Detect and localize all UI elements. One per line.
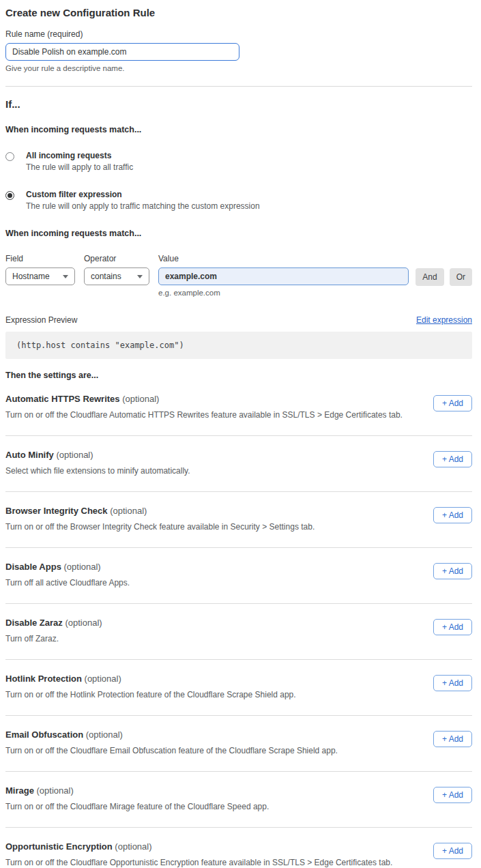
- setting-title: Disable Apps: [5, 562, 63, 572]
- then-settings-heading: Then the settings are...: [5, 371, 472, 380]
- setting-row: Automatic HTTPS Rewrites (optional) Turn…: [5, 380, 472, 436]
- value-helper: e.g. example.com: [158, 289, 409, 297]
- builder-heading: When incoming requests match...: [5, 229, 472, 238]
- radio-all-incoming-requests[interactable]: All incoming requests The rule will appl…: [5, 151, 472, 172]
- operator-select[interactable]: contains: [84, 267, 149, 285]
- page-title: Create new Configuration Rule: [5, 7, 472, 18]
- edit-expression-link[interactable]: Edit expression: [416, 315, 472, 325]
- setting-optional-label: (optional): [37, 785, 74, 796]
- setting-row: Hotlink Protection (optional) Turn on or…: [5, 660, 472, 716]
- setting-row: Opportunistic Encryption (optional) Turn…: [5, 828, 472, 868]
- operator-label: Operator: [84, 254, 149, 263]
- add-setting-button[interactable]: + Add: [433, 507, 472, 523]
- setting-description: Turn on or off the Hotlink Protection fe…: [5, 690, 296, 699]
- add-setting-button[interactable]: + Add: [433, 675, 472, 691]
- value-input[interactable]: [158, 267, 409, 285]
- add-setting-button[interactable]: + Add: [433, 619, 472, 635]
- caret-down-icon: [63, 275, 68, 278]
- radio-label: Custom filter expression: [26, 190, 260, 199]
- setting-description: Turn on or off the Cloudflare Automatic …: [5, 410, 403, 420]
- match-heading: When incoming requests match...: [5, 125, 472, 134]
- rule-name-input[interactable]: [5, 43, 239, 61]
- setting-row: Email Obfuscation (optional) Turn on or …: [5, 716, 472, 772]
- field-select-value: Hostname: [12, 272, 50, 281]
- operator-column: Operator contains: [84, 254, 149, 285]
- rule-name-label: Rule name (required): [5, 29, 472, 39]
- setting-description: Select which file extensions to minify a…: [5, 466, 190, 476]
- expression-preview-code: (http.host contains "example.com"): [5, 332, 472, 359]
- and-button[interactable]: And: [416, 268, 443, 286]
- radio-button-icon[interactable]: [5, 191, 14, 200]
- rule-name-helper: Give your rule a descriptive name.: [5, 64, 472, 72]
- setting-row: Auto Minify (optional) Select which file…: [5, 436, 472, 492]
- expression-preview-label: Expression Preview: [5, 315, 77, 325]
- request-match-radio-group: All incoming requests The rule will appl…: [5, 151, 472, 211]
- expression-builder-row: Field Hostname Operator contains Value e…: [5, 254, 472, 297]
- setting-optional-label: (optional): [86, 729, 123, 740]
- setting-title: Hotlink Protection: [5, 674, 85, 684]
- or-button[interactable]: Or: [450, 268, 472, 286]
- value-label: Value: [158, 254, 409, 263]
- section-divider: [5, 86, 472, 87]
- add-setting-button[interactable]: + Add: [433, 843, 472, 859]
- add-setting-button[interactable]: + Add: [433, 563, 472, 579]
- field-label: Field: [5, 254, 75, 263]
- setting-title: Browser Integrity Check: [5, 506, 110, 516]
- setting-row: Browser Integrity Check (optional) Turn …: [5, 492, 472, 548]
- field-select[interactable]: Hostname: [5, 267, 75, 285]
- rule-name-section: Rule name (required) Give your rule a de…: [5, 29, 472, 72]
- add-setting-button[interactable]: + Add: [433, 787, 472, 803]
- setting-row: Mirage (optional) Turn on or off the Clo…: [5, 772, 472, 828]
- setting-title: Email Obfuscation: [5, 729, 86, 740]
- add-setting-button[interactable]: + Add: [433, 451, 472, 467]
- setting-optional-label: (optional): [115, 841, 151, 852]
- setting-title: Disable Zaraz: [5, 618, 65, 628]
- settings-list: Automatic HTTPS Rewrites (optional) Turn…: [5, 380, 472, 868]
- setting-row: Disable Apps (optional) Turn off all act…: [5, 548, 472, 604]
- setting-description: Turn on or off the Cloudflare Mirage fea…: [5, 802, 269, 811]
- add-setting-button[interactable]: + Add: [433, 731, 472, 747]
- setting-title: Auto Minify: [5, 450, 56, 460]
- if-heading: If...: [5, 98, 472, 110]
- radio-custom-filter-expression[interactable]: Custom filter expression The rule will o…: [5, 190, 472, 211]
- setting-optional-label: (optional): [63, 562, 100, 572]
- expression-preview-header: Expression Preview Edit expression: [5, 315, 472, 325]
- radio-description: The rule will apply to all traffic: [26, 162, 133, 172]
- field-column: Field Hostname: [5, 254, 75, 285]
- value-column: Value e.g. example.com: [158, 254, 409, 297]
- setting-optional-label: (optional): [65, 618, 102, 628]
- and-or-buttons: And Or: [416, 268, 472, 286]
- setting-row: Disable Zaraz (optional) Turn off Zaraz.…: [5, 604, 472, 660]
- radio-button-icon[interactable]: [5, 152, 14, 161]
- setting-title: Mirage: [5, 785, 37, 796]
- setting-description: Turn on or off the Cloudflare Opportunis…: [5, 858, 392, 867]
- setting-description: Turn off all active Cloudflare Apps.: [5, 578, 130, 588]
- setting-description: Turn on or off the Browser Integrity Che…: [5, 522, 315, 532]
- radio-description: The rule will only apply to traffic matc…: [26, 201, 260, 211]
- setting-optional-label: (optional): [56, 450, 93, 460]
- radio-label: All incoming requests: [26, 151, 133, 160]
- caret-down-icon: [137, 275, 143, 278]
- setting-optional-label: (optional): [85, 674, 121, 684]
- operator-select-value: contains: [91, 272, 121, 281]
- setting-optional-label: (optional): [110, 506, 147, 516]
- setting-description: Turn off Zaraz.: [5, 634, 102, 643]
- add-setting-button[interactable]: + Add: [433, 395, 472, 411]
- setting-title: Opportunistic Encryption: [5, 841, 115, 852]
- setting-title: Automatic HTTPS Rewrites: [5, 394, 122, 404]
- setting-optional-label: (optional): [122, 394, 159, 404]
- setting-description: Turn on or off the Cloudflare Email Obfu…: [5, 746, 338, 755]
